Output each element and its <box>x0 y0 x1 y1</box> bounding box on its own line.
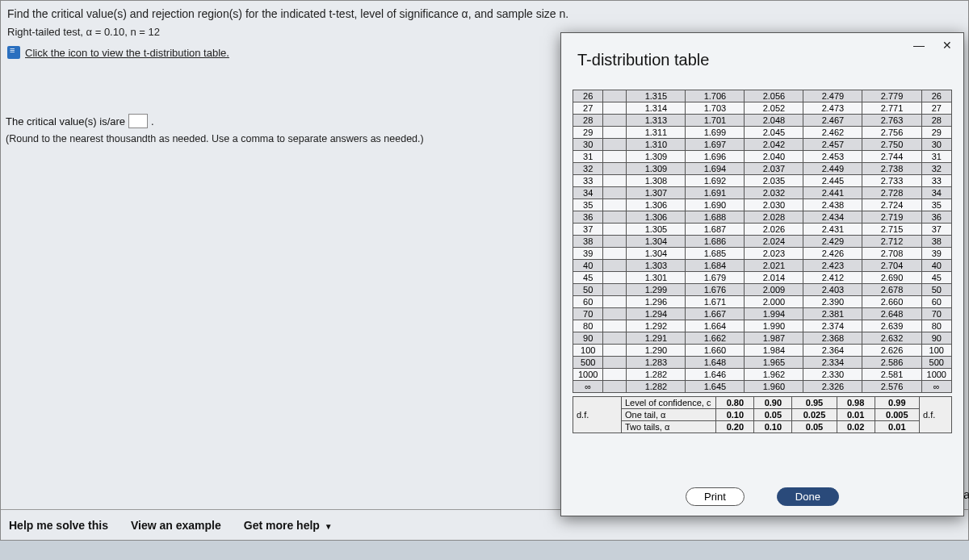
table-row: 80 1.2921.6641.9902.3742.63980 <box>573 320 952 332</box>
df-cell: 35 <box>921 199 951 211</box>
spacer-cell <box>603 357 627 369</box>
value-cell: 1.687 <box>686 224 745 236</box>
spacer-cell <box>603 236 627 248</box>
table-row: 100 1.2901.6601.9842.3642.626100 <box>573 345 952 357</box>
df-cell: 500 <box>921 357 951 369</box>
popup-title: T-distribution table <box>577 51 709 69</box>
value-cell: 2.434 <box>803 211 862 224</box>
help-me-solve-link[interactable]: Help me solve this <box>9 519 108 532</box>
conf-3: 0.98 <box>837 397 875 409</box>
value-cell: 2.023 <box>745 248 803 260</box>
minimize-button[interactable]: — <box>908 37 929 53</box>
value-cell: 1.311 <box>627 127 686 139</box>
value-cell: 2.750 <box>862 139 921 151</box>
table-icon[interactable] <box>7 46 20 59</box>
value-cell: 1.306 <box>627 211 686 224</box>
spacer-cell <box>603 260 627 272</box>
value-cell: 1.315 <box>627 90 686 102</box>
table-row: 28 1.3131.7012.0482.4672.76328 <box>573 115 952 127</box>
value-cell: 1.283 <box>627 357 686 369</box>
spacer-cell <box>603 345 627 357</box>
view-table-link[interactable]: Click the icon to view the t-distributio… <box>25 47 229 59</box>
value-cell: 2.374 <box>803 320 862 332</box>
value-cell: 2.014 <box>745 272 803 284</box>
value-cell: 1.648 <box>686 357 745 369</box>
df-cell: 50 <box>573 284 603 296</box>
value-cell: 1.291 <box>627 332 686 345</box>
view-example-link[interactable]: View an example <box>131 519 221 532</box>
df-cell: 31 <box>573 151 603 163</box>
value-cell: 2.045 <box>745 127 803 139</box>
print-button[interactable]: Print <box>686 487 745 506</box>
critical-value-input[interactable] <box>128 114 148 128</box>
df-cell: 34 <box>573 187 603 199</box>
spacer-cell <box>603 139 627 151</box>
table-row: 45 1.3011.6792.0142.4122.69045 <box>573 272 952 284</box>
problem-statement: Find the critical value(s) and rejection… <box>1 1 968 26</box>
value-cell: 2.037 <box>745 163 803 175</box>
tt-0: 0.20 <box>716 421 754 433</box>
table-row: 35 1.3061.6902.0302.4382.72435 <box>573 199 952 211</box>
tt-4: 0.01 <box>875 421 919 433</box>
df-cell: 26 <box>921 90 951 102</box>
spacer-cell <box>603 308 627 320</box>
df-cell: 60 <box>573 296 603 308</box>
value-cell: 2.660 <box>862 296 921 308</box>
value-cell: 2.724 <box>862 199 921 211</box>
value-cell: 1.292 <box>627 320 686 332</box>
value-cell: 2.690 <box>862 272 921 284</box>
value-cell: 2.467 <box>803 115 862 127</box>
table-row: 33 1.3081.6922.0352.4452.73333 <box>573 175 952 187</box>
value-cell: 1.309 <box>627 163 686 175</box>
conf-0: 0.80 <box>716 397 754 409</box>
value-cell: 1.701 <box>686 115 745 127</box>
value-cell: 1.703 <box>686 102 745 115</box>
close-button[interactable]: ✕ <box>938 37 957 53</box>
df-footer-left: d.f. <box>573 397 622 433</box>
table-row: 70 1.2941.6671.9942.3812.64870 <box>573 308 952 320</box>
value-cell: 1.306 <box>627 199 686 211</box>
spacer-cell <box>603 151 627 163</box>
table-scroll[interactable]: 26 1.3151.7062.0562.4792.7792627 1.3141.… <box>573 90 952 467</box>
get-more-help-link[interactable]: Get more help ▼ <box>244 519 333 532</box>
value-cell: 2.032 <box>745 187 803 199</box>
spacer-cell <box>603 369 627 381</box>
value-cell: 1.667 <box>686 308 745 320</box>
df-cell: 50 <box>921 284 951 296</box>
spacer-cell <box>603 163 627 175</box>
value-cell: 2.035 <box>745 175 803 187</box>
df-cell: 70 <box>921 308 951 320</box>
value-cell: 2.473 <box>803 102 862 115</box>
df-cell: 90 <box>921 332 951 345</box>
df-cell: 40 <box>921 260 951 272</box>
df-cell: 30 <box>573 139 603 151</box>
value-cell: 1.305 <box>627 224 686 236</box>
table-row: 1000 1.2821.6461.9622.3302.5811000 <box>573 369 952 381</box>
value-cell: 2.648 <box>862 308 921 320</box>
value-cell: 2.000 <box>745 296 803 308</box>
value-cell: 1.671 <box>686 296 745 308</box>
value-cell: 1.994 <box>745 308 803 320</box>
df-cell: ∞ <box>921 381 951 393</box>
spacer-cell <box>603 211 627 224</box>
value-cell: 2.042 <box>745 139 803 151</box>
done-button[interactable]: Done <box>777 487 839 506</box>
value-cell: 2.445 <box>803 175 862 187</box>
df-cell: 38 <box>921 236 951 248</box>
value-cell: 2.426 <box>803 248 862 260</box>
table-row: 60 1.2961.6712.0002.3902.66060 <box>573 296 952 308</box>
value-cell: 1.960 <box>745 381 803 393</box>
df-cell: 32 <box>573 163 603 175</box>
value-cell: 2.364 <box>803 345 862 357</box>
value-cell: 2.678 <box>862 284 921 296</box>
value-cell: 1.676 <box>686 284 745 296</box>
df-cell: 29 <box>573 127 603 139</box>
answer-suffix: . <box>151 115 154 127</box>
df-cell: 40 <box>573 260 603 272</box>
value-cell: 2.779 <box>862 90 921 102</box>
value-cell: 2.403 <box>803 284 862 296</box>
value-cell: 2.479 <box>803 90 862 102</box>
value-cell: 2.756 <box>862 127 921 139</box>
spacer-cell <box>603 115 627 127</box>
value-cell: 1.691 <box>686 187 745 199</box>
